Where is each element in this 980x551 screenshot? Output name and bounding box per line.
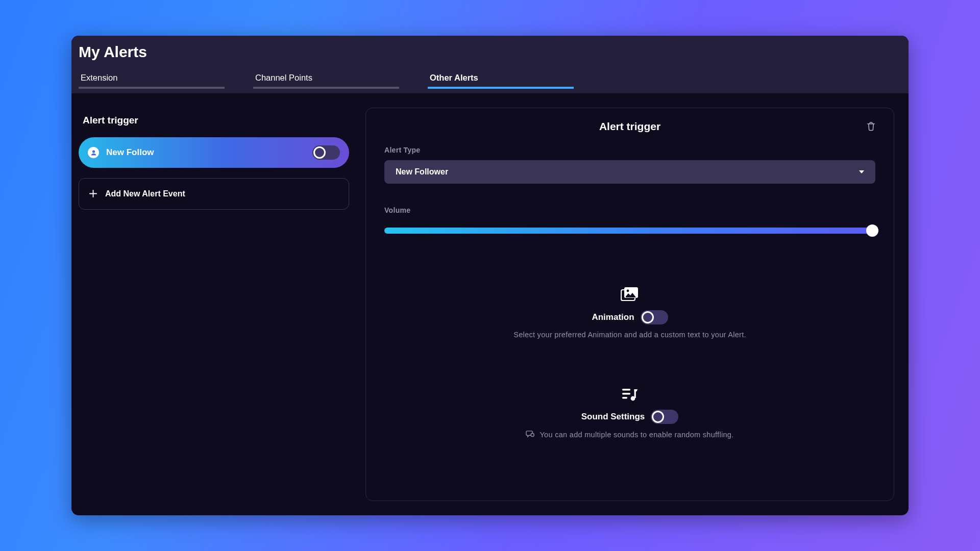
sidebar-title: Alert trigger bbox=[83, 115, 349, 126]
tab-label: Other Alerts bbox=[430, 73, 478, 83]
add-alert-label: Add New Alert Event bbox=[105, 189, 185, 198]
image-icon bbox=[621, 287, 639, 304]
panel-header: My Alerts Extension Channel Points Other… bbox=[71, 36, 909, 93]
sound-title: Sound Settings bbox=[581, 412, 645, 422]
music-list-icon bbox=[621, 387, 639, 404]
toggle-knob bbox=[313, 146, 326, 159]
tabs: Extension Channel Points Other Alerts bbox=[79, 68, 898, 89]
chevron-down-icon bbox=[859, 170, 864, 173]
detail-panel: Alert trigger Alert Type New Follower Vo… bbox=[365, 108, 894, 501]
svg-rect-4 bbox=[622, 389, 630, 390]
detail-header: Alert trigger bbox=[384, 120, 875, 133]
sound-description: You can add multiple sounds to enable ra… bbox=[540, 431, 733, 439]
toggle-knob bbox=[652, 411, 664, 423]
slider-track bbox=[384, 228, 875, 234]
alert-type-select[interactable]: New Follower bbox=[384, 160, 875, 184]
trigger-label: New Follow bbox=[106, 147, 305, 158]
sidebar: Alert trigger New Follow Add New Aler bbox=[77, 108, 351, 501]
svg-rect-5 bbox=[622, 393, 630, 394]
sound-row: Sound Settings bbox=[581, 410, 679, 424]
delete-button[interactable] bbox=[864, 118, 878, 136]
animation-title: Animation bbox=[592, 312, 634, 322]
svg-point-3 bbox=[627, 290, 629, 292]
animation-description: Select your preferred Animation and add … bbox=[513, 331, 746, 339]
slider-thumb[interactable] bbox=[866, 224, 878, 237]
volume-slider[interactable] bbox=[384, 220, 875, 241]
svg-rect-6 bbox=[622, 397, 627, 398]
tab-label: Channel Points bbox=[255, 73, 312, 83]
svg-point-9 bbox=[531, 433, 534, 436]
tab-other-alerts[interactable]: Other Alerts bbox=[428, 68, 574, 89]
toggle-knob bbox=[642, 311, 654, 323]
chat-icon bbox=[526, 430, 534, 439]
animation-row: Animation bbox=[592, 310, 668, 324]
trigger-toggle[interactable] bbox=[312, 145, 340, 160]
sound-description-row: You can add multiple sounds to enable ra… bbox=[526, 430, 733, 439]
tab-label: Extension bbox=[81, 73, 117, 83]
tab-extension[interactable]: Extension bbox=[79, 68, 225, 89]
panel-body: Alert trigger New Follow Add New Aler bbox=[71, 93, 909, 515]
animation-section: Animation Select your preferred Animatio… bbox=[384, 287, 875, 339]
alerts-panel: My Alerts Extension Channel Points Other… bbox=[71, 36, 909, 515]
plus-icon bbox=[89, 189, 97, 199]
detail-title: Alert trigger bbox=[599, 120, 660, 133]
add-alert-event-button[interactable]: Add New Alert Event bbox=[79, 178, 349, 210]
page-title: My Alerts bbox=[79, 43, 898, 61]
sound-toggle[interactable] bbox=[651, 410, 678, 424]
animation-toggle[interactable] bbox=[641, 310, 668, 324]
sound-section: Sound Settings You can add multiple soun… bbox=[384, 387, 875, 439]
trigger-new-follow[interactable]: New Follow bbox=[79, 137, 349, 168]
trash-icon bbox=[867, 121, 875, 131]
alert-type-value: New Follower bbox=[396, 167, 859, 177]
volume-label: Volume bbox=[384, 206, 875, 214]
user-icon bbox=[88, 147, 99, 158]
svg-point-0 bbox=[92, 150, 94, 153]
tab-channel-points[interactable]: Channel Points bbox=[253, 68, 399, 89]
alert-type-label: Alert Type bbox=[384, 146, 875, 154]
